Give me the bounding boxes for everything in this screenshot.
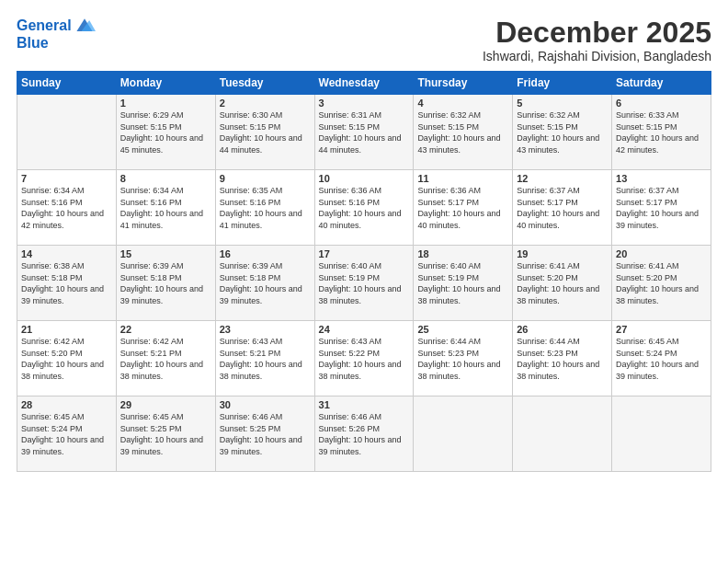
day-info: Sunrise: 6:41 AMSunset: 5:20 PMDaylight:… — [616, 260, 707, 306]
day-number: 17 — [319, 248, 410, 259]
day-number: 5 — [517, 98, 608, 109]
day-info: Sunrise: 6:34 AMSunset: 5:16 PMDaylight:… — [120, 185, 211, 231]
table-row: 18Sunrise: 6:40 AMSunset: 5:19 PMDayligh… — [414, 246, 513, 321]
title-block: December 2025 Ishwardi, Rajshahi Divisio… — [483, 17, 711, 63]
day-info: Sunrise: 6:42 AMSunset: 5:20 PMDaylight:… — [21, 336, 112, 382]
table-row: 5Sunrise: 6:32 AMSunset: 5:15 PMDaylight… — [513, 95, 612, 170]
day-number: 13 — [616, 173, 707, 184]
day-info: Sunrise: 6:29 AMSunset: 5:15 PMDaylight:… — [120, 109, 211, 155]
table-row: 3Sunrise: 6:31 AMSunset: 5:15 PMDaylight… — [314, 95, 414, 170]
day-number: 20 — [616, 248, 707, 259]
day-number: 23 — [220, 324, 311, 335]
table-row: 13Sunrise: 6:37 AMSunset: 5:17 PMDayligh… — [612, 170, 711, 246]
col-tuesday: Tuesday — [215, 72, 314, 95]
day-info: Sunrise: 6:33 AMSunset: 5:15 PMDaylight:… — [616, 109, 707, 155]
table-row: 2Sunrise: 6:30 AMSunset: 5:15 PMDaylight… — [215, 95, 314, 170]
day-number: 14 — [21, 248, 112, 259]
day-number: 19 — [517, 248, 608, 259]
day-info: Sunrise: 6:31 AMSunset: 5:15 PMDaylight:… — [319, 109, 410, 155]
day-number: 3 — [319, 98, 410, 109]
day-number: 31 — [319, 399, 410, 410]
table-row: 1Sunrise: 6:29 AMSunset: 5:15 PMDaylight… — [116, 95, 215, 170]
header: General Blue December 2025 Ishwardi, Raj… — [17, 17, 711, 63]
calendar-week-3: 14Sunrise: 6:38 AMSunset: 5:18 PMDayligh… — [17, 246, 711, 321]
day-number: 2 — [220, 98, 311, 109]
table-row: 30Sunrise: 6:46 AMSunset: 5:25 PMDayligh… — [215, 396, 314, 472]
day-info: Sunrise: 6:45 AMSunset: 5:25 PMDaylight:… — [120, 411, 211, 457]
logo-text-general: General — [17, 17, 72, 34]
day-number: 27 — [616, 324, 707, 335]
table-row: 24Sunrise: 6:43 AMSunset: 5:22 PMDayligh… — [314, 321, 414, 396]
day-info: Sunrise: 6:35 AMSunset: 5:16 PMDaylight:… — [220, 185, 311, 231]
calendar-week-4: 21Sunrise: 6:42 AMSunset: 5:20 PMDayligh… — [17, 321, 711, 396]
day-number: 21 — [21, 324, 112, 335]
day-info: Sunrise: 6:45 AMSunset: 5:24 PMDaylight:… — [21, 411, 112, 457]
subtitle: Ishwardi, Rajshahi Division, Bangladesh — [483, 49, 711, 63]
calendar-week-5: 28Sunrise: 6:45 AMSunset: 5:24 PMDayligh… — [17, 396, 711, 472]
day-info: Sunrise: 6:46 AMSunset: 5:25 PMDaylight:… — [220, 411, 311, 457]
month-title: December 2025 — [483, 17, 711, 49]
day-info: Sunrise: 6:32 AMSunset: 5:15 PMDaylight:… — [417, 109, 508, 155]
col-saturday: Saturday — [612, 72, 711, 95]
day-number: 10 — [319, 173, 410, 184]
day-number: 8 — [120, 173, 211, 184]
day-info: Sunrise: 6:39 AMSunset: 5:18 PMDaylight:… — [120, 260, 211, 306]
table-row: 10Sunrise: 6:36 AMSunset: 5:16 PMDayligh… — [314, 170, 414, 246]
day-info: Sunrise: 6:30 AMSunset: 5:15 PMDaylight:… — [220, 109, 311, 155]
table-row: 31Sunrise: 6:46 AMSunset: 5:26 PMDayligh… — [314, 396, 414, 472]
logo-text-blue: Blue — [17, 35, 96, 52]
table-row: 17Sunrise: 6:40 AMSunset: 5:19 PMDayligh… — [314, 246, 414, 321]
day-info: Sunrise: 6:44 AMSunset: 5:23 PMDaylight:… — [517, 336, 608, 382]
table-row — [513, 396, 612, 472]
table-row — [414, 396, 513, 472]
table-row: 11Sunrise: 6:36 AMSunset: 5:17 PMDayligh… — [414, 170, 513, 246]
day-info: Sunrise: 6:36 AMSunset: 5:16 PMDaylight:… — [319, 185, 410, 231]
day-number: 11 — [417, 173, 508, 184]
table-row: 4Sunrise: 6:32 AMSunset: 5:15 PMDaylight… — [414, 95, 513, 170]
day-number: 25 — [417, 324, 508, 335]
logo: General Blue — [17, 17, 96, 52]
table-row: 21Sunrise: 6:42 AMSunset: 5:20 PMDayligh… — [17, 321, 117, 396]
day-number: 24 — [319, 324, 410, 335]
col-monday: Monday — [116, 72, 215, 95]
day-number: 16 — [220, 248, 311, 259]
day-info: Sunrise: 6:37 AMSunset: 5:17 PMDaylight:… — [616, 185, 707, 231]
day-info: Sunrise: 6:42 AMSunset: 5:21 PMDaylight:… — [120, 336, 211, 382]
table-row: 9Sunrise: 6:35 AMSunset: 5:16 PMDaylight… — [215, 170, 314, 246]
table-row: 26Sunrise: 6:44 AMSunset: 5:23 PMDayligh… — [513, 321, 612, 396]
table-row: 14Sunrise: 6:38 AMSunset: 5:18 PMDayligh… — [17, 246, 117, 321]
day-number: 18 — [417, 248, 508, 259]
day-number: 15 — [120, 248, 211, 259]
table-row: 16Sunrise: 6:39 AMSunset: 5:18 PMDayligh… — [215, 246, 314, 321]
calendar-table: Sunday Monday Tuesday Wednesday Thursday… — [17, 71, 711, 472]
table-row: 20Sunrise: 6:41 AMSunset: 5:20 PMDayligh… — [612, 246, 711, 321]
day-number: 6 — [616, 98, 707, 109]
day-number: 7 — [21, 173, 112, 184]
table-row: 29Sunrise: 6:45 AMSunset: 5:25 PMDayligh… — [116, 396, 215, 472]
day-number: 28 — [21, 399, 112, 410]
day-number: 1 — [120, 98, 211, 109]
day-info: Sunrise: 6:43 AMSunset: 5:22 PMDaylight:… — [319, 336, 410, 382]
day-info: Sunrise: 6:43 AMSunset: 5:21 PMDaylight:… — [220, 336, 311, 382]
logo-icon — [74, 17, 96, 35]
day-info: Sunrise: 6:40 AMSunset: 5:19 PMDaylight:… — [417, 260, 508, 306]
table-row: 25Sunrise: 6:44 AMSunset: 5:23 PMDayligh… — [414, 321, 513, 396]
col-thursday: Thursday — [414, 72, 513, 95]
day-info: Sunrise: 6:32 AMSunset: 5:15 PMDaylight:… — [517, 109, 608, 155]
day-number: 30 — [220, 399, 311, 410]
calendar-week-2: 7Sunrise: 6:34 AMSunset: 5:16 PMDaylight… — [17, 170, 711, 246]
day-info: Sunrise: 6:36 AMSunset: 5:17 PMDaylight:… — [417, 185, 508, 231]
calendar-week-1: 1Sunrise: 6:29 AMSunset: 5:15 PMDaylight… — [17, 95, 711, 170]
day-info: Sunrise: 6:46 AMSunset: 5:26 PMDaylight:… — [319, 411, 410, 457]
day-number: 9 — [220, 173, 311, 184]
table-row: 23Sunrise: 6:43 AMSunset: 5:21 PMDayligh… — [215, 321, 314, 396]
day-info: Sunrise: 6:41 AMSunset: 5:20 PMDaylight:… — [517, 260, 608, 306]
table-row: 27Sunrise: 6:45 AMSunset: 5:24 PMDayligh… — [612, 321, 711, 396]
header-row: Sunday Monday Tuesday Wednesday Thursday… — [17, 72, 711, 95]
day-number: 29 — [120, 399, 211, 410]
table-row: 19Sunrise: 6:41 AMSunset: 5:20 PMDayligh… — [513, 246, 612, 321]
table-row: 7Sunrise: 6:34 AMSunset: 5:16 PMDaylight… — [17, 170, 117, 246]
day-info: Sunrise: 6:40 AMSunset: 5:19 PMDaylight:… — [319, 260, 410, 306]
day-number: 22 — [120, 324, 211, 335]
table-row: 8Sunrise: 6:34 AMSunset: 5:16 PMDaylight… — [116, 170, 215, 246]
